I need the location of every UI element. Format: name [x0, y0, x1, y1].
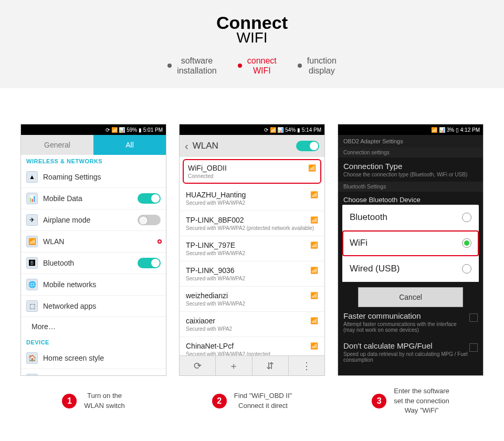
tab-label: connect [247, 56, 277, 65]
network-name: ChinaNet-LPcf [186, 342, 234, 350]
settings-tabs: General All [21, 135, 166, 155]
connection-type-title: Connection Type [343, 162, 478, 171]
status-bar: 📶 📊 3% ▯ 4:12 PM [338, 124, 483, 135]
hero-title: Connect [0, 14, 504, 32]
bt-choose: Choose Bluetooth Device [338, 192, 483, 205]
toggle[interactable] [138, 193, 161, 204]
wifi-network[interactable]: HUAZHU_Hanting📶Secured with WPA/WPA2 [180, 186, 324, 211]
wlan-titlebar: ‹ WLAN [180, 135, 324, 157]
network-name: WiFi_OBDII [188, 164, 227, 172]
radio[interactable] [462, 264, 471, 274]
phone-obd: 📶 📊 3% ▯ 4:12 PM OBD2 Adapter Settings C… [338, 124, 484, 376]
bt-settings-hdr: Bluetooth Settings [338, 182, 483, 192]
wifi-icon: 📶 [308, 164, 316, 172]
row-label: Home screen style [43, 354, 161, 362]
wifi-network[interactable]: TP-LINK_8BF002📶Secured with WPA/WPA2 (pr… [180, 211, 324, 236]
cancel-button[interactable]: Cancel [358, 287, 463, 307]
dot-icon [167, 64, 172, 68]
connection-option[interactable]: Wired (USB) [342, 256, 479, 282]
settings-row[interactable]: 🏠Home screen style [21, 348, 166, 369]
network-sub: Secured with WPA/WPA2 [186, 250, 318, 256]
checkbox[interactable] [469, 313, 478, 322]
row-label: Sound [43, 375, 161, 376]
tab-label: software [181, 56, 213, 65]
network-sub: Secured with WPA/WPA2 (protected network… [186, 225, 318, 231]
wifi-icon: 📶 [310, 317, 318, 324]
row-icon: 🌐 [26, 279, 38, 290]
tab-software[interactable]: softwareinstallation [167, 56, 217, 76]
settings-row[interactable]: ⬚Networked apps [21, 296, 166, 317]
row-label: Mobile networks [43, 280, 161, 289]
hero-subtitle: WIFI [0, 29, 504, 46]
wifi-icon: 📶 [310, 342, 318, 350]
network-sub: Connected [188, 173, 316, 179]
row-icon: ⬚ [26, 300, 38, 312]
settings-row[interactable]: 📶WLAN [21, 231, 166, 253]
network-sub: Secured with WPA/WPA2 [186, 200, 318, 206]
network-name: TP-LINK_8BF002 [186, 216, 244, 224]
back-icon[interactable]: ‹ [185, 140, 188, 152]
settings-row[interactable]: ✈Airplane mode [21, 209, 166, 231]
network-sub: Secured with WPA/WPA2 [186, 301, 318, 307]
wifi-network[interactable]: WiFi_OBDII📶Connected [183, 159, 321, 184]
overflow-icon[interactable]: ⋮ [289, 356, 324, 375]
hero: Connect WIFI softwareinstallation connec… [0, 0, 504, 88]
row-label: Mobile Data [43, 194, 132, 203]
wifi-network[interactable]: weizhedianzi📶Secured with WPA/WPA2 [180, 287, 324, 312]
wifi-network[interactable]: TP-LINK_797E📶Secured with WPA/WPA2 [180, 236, 324, 261]
toggle[interactable] [138, 215, 161, 225]
connection-dialog: BluetoothWiFiWired (USB) [342, 205, 479, 282]
connection-option[interactable]: WiFi [342, 230, 479, 256]
radio[interactable] [462, 213, 471, 222]
wifi-network[interactable]: TP-LINK_9036📶Secured with WPA/WPA2 [180, 261, 324, 287]
section-device: DEVICE [21, 336, 166, 348]
row-label: Airplane mode [43, 216, 132, 224]
add-icon[interactable]: ＋ [216, 356, 252, 375]
captions: 1 Turn on theWLAN switch 2 Find "WiFi_OB… [0, 376, 504, 415]
row-icon: 📊 [26, 193, 38, 204]
row-icon: ✈ [26, 214, 38, 226]
more-link[interactable]: More… [21, 317, 166, 336]
row-icon: ▲ [26, 171, 38, 183]
network-name: TP-LINK_797E [186, 241, 235, 249]
network-name: caixiaoer [186, 317, 215, 325]
network-name: TP-LINK_9036 [186, 266, 235, 275]
settings-row[interactable]: 🔊Sound [21, 369, 166, 376]
connection-type-sec[interactable]: Connection Type Choose the connection ty… [338, 158, 483, 182]
caption-text: Enter the softwareset the connectionWay … [394, 386, 449, 415]
refresh-icon[interactable]: ⟳ [180, 356, 216, 375]
wifi-network[interactable]: caixiaoer📶Secured with WPA2 [180, 312, 324, 337]
phone-settings: ⟳ 📶 📊 59% ▮ 5:01 PM General All WIRELESS… [20, 124, 166, 376]
section-wireless: WIRELESS & NETWORKS [21, 155, 166, 166]
sort-icon[interactable]: ⇵ [253, 356, 289, 375]
step-badge: 2 [212, 394, 227, 408]
tab-all[interactable]: All [93, 135, 166, 155]
caption-text: Turn on theWLAN switch [84, 391, 124, 410]
tab-function[interactable]: functiondisplay [298, 56, 337, 76]
wifi-icon: 📶 [310, 242, 318, 249]
caption-2: 2 Find "WiFi_OBD II"Connect it direct [179, 386, 325, 415]
wifi-icon: 📶 [310, 292, 318, 299]
wifi-icon: 📶 [310, 191, 318, 198]
tab-connect-wifi[interactable]: connectWIFI [238, 56, 277, 76]
mpg-sec[interactable]: Don't calculate MPG/Fuel Speed up data r… [338, 337, 483, 367]
row-icon: 🏠 [26, 352, 38, 364]
dot-icon [238, 64, 242, 68]
wifi-icon: 📶 [310, 216, 318, 224]
option-label: Bluetooth [350, 212, 387, 223]
obd-header: OBD2 Adapter Settings [338, 135, 483, 148]
wlan-master-toggle[interactable] [296, 141, 319, 151]
faster-comm[interactable]: Faster communication Attempt faster comm… [338, 307, 483, 337]
tab-general[interactable]: General [21, 135, 93, 155]
settings-row[interactable]: 📊Mobile Data [21, 188, 166, 209]
row-icon: 🔊 [26, 374, 38, 376]
connection-option[interactable]: Bluetooth [342, 205, 479, 230]
settings-row[interactable]: ▲Roaming Settings [21, 166, 166, 188]
radio[interactable] [462, 238, 471, 248]
settings-row[interactable]: 🌐Mobile networks [21, 274, 166, 296]
settings-row[interactable]: 🅱Bluetooth [21, 253, 166, 274]
toggle[interactable] [138, 258, 161, 268]
network-name: HUAZHU_Hanting [186, 191, 246, 199]
checkbox[interactable] [469, 343, 478, 352]
row-label: Bluetooth [43, 259, 132, 267]
